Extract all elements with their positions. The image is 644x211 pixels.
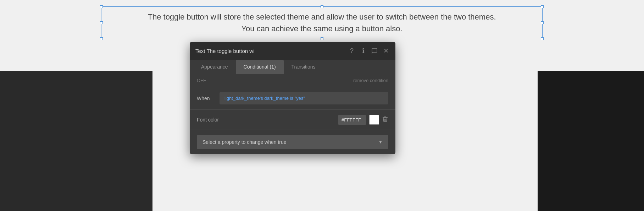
modal-icon-group: ? ℹ ✕ <box>348 47 390 55</box>
svg-rect-1 <box>384 117 386 117</box>
handle-top-center[interactable] <box>321 5 323 8</box>
dark-left-panel <box>0 71 152 211</box>
modal-tabs: Appearance Conditional (1) Transitions <box>190 60 395 74</box>
condition-off-label: OFF <box>197 78 206 83</box>
modal-title: Text The toggle button wi <box>195 48 255 54</box>
condition-header: OFF remove condition <box>190 74 395 87</box>
remove-condition-button[interactable]: remove condition <box>353 78 388 83</box>
handle-bottom-left[interactable] <box>100 37 103 40</box>
comment-icon[interactable] <box>371 47 378 55</box>
select-property-label: Select a property to change when true <box>202 139 287 145</box>
handle-middle-left[interactable] <box>100 21 103 24</box>
modal-body: OFF remove condition When light_dark_the… <box>190 74 395 149</box>
when-value[interactable]: light_dark_theme's dark_theme is "yes" <box>220 92 388 104</box>
help-icon[interactable]: ? <box>348 47 356 55</box>
font-color-label: Font color <box>197 117 219 123</box>
properties-modal: Text The toggle button wi ? ℹ ✕ Appearan… <box>190 42 395 154</box>
canvas-text-line2: You can achieve the same using a button … <box>148 23 496 34</box>
when-row: When light_dark_theme's dark_theme is "y… <box>190 87 395 110</box>
handle-bottom-right[interactable] <box>541 37 544 40</box>
color-swatch[interactable] <box>369 115 379 125</box>
info-icon[interactable]: ℹ <box>359 47 367 55</box>
tab-transitions[interactable]: Transitions <box>284 60 323 74</box>
chevron-down-icon: ▼ <box>378 140 383 145</box>
delete-color-icon[interactable] <box>382 116 388 124</box>
font-color-row: Font color #FFFFFF <box>190 110 395 130</box>
canvas-text-line1: The toggle button will store the selecte… <box>148 11 496 23</box>
svg-rect-0 <box>383 117 388 118</box>
canvas-text-content: The toggle button will store the selecte… <box>148 11 496 34</box>
tab-conditional[interactable]: Conditional (1) <box>236 60 284 74</box>
tab-appearance[interactable]: Appearance <box>193 60 236 74</box>
color-hex-value[interactable]: #FFFFFF <box>338 115 366 125</box>
handle-bottom-center[interactable] <box>321 37 323 40</box>
close-icon[interactable]: ✕ <box>382 47 390 55</box>
when-label: When <box>197 96 215 101</box>
modal-header: Text The toggle button wi ? ℹ ✕ <box>190 42 395 60</box>
dark-right-panel <box>538 71 644 211</box>
handle-top-left[interactable] <box>100 5 103 8</box>
handle-middle-right[interactable] <box>541 21 544 24</box>
handle-top-right[interactable] <box>541 5 544 8</box>
select-property-dropdown[interactable]: Select a property to change when true ▼ <box>197 135 388 149</box>
font-color-controls: #FFFFFF <box>338 115 388 125</box>
selected-text-box[interactable]: The toggle button will store the selecte… <box>101 6 543 39</box>
